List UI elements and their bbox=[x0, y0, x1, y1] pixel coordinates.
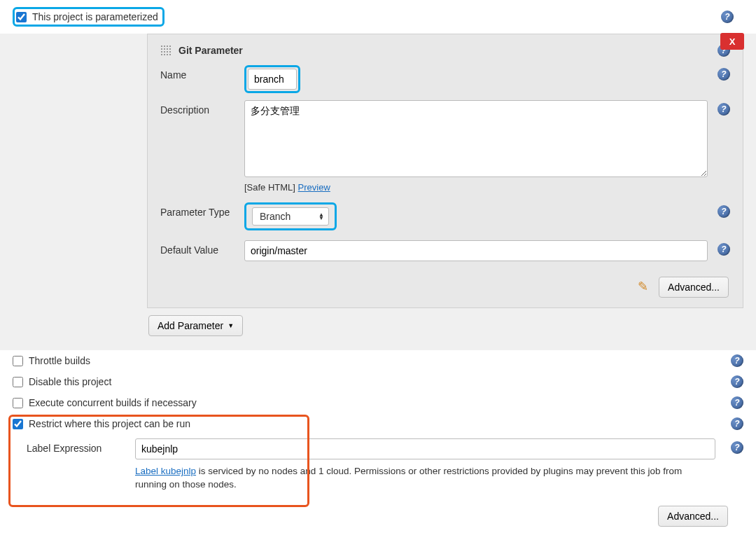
label-expression-note: Label kubejnlp is serviced by no nodes a… bbox=[135, 465, 715, 492]
label-note-rest: is serviced by no nodes and 1 cloud. Per… bbox=[135, 466, 682, 490]
default-value-label: Default Value bbox=[160, 240, 244, 256]
description-textarea[interactable] bbox=[244, 100, 708, 177]
throttle-checkbox[interactable] bbox=[13, 356, 23, 366]
help-icon[interactable]: ? bbox=[731, 417, 743, 430]
label-link[interactable]: Label kubejnlp bbox=[135, 466, 196, 476]
parameter-type-label: Parameter Type bbox=[160, 202, 244, 218]
disable-checkbox[interactable] bbox=[13, 377, 23, 387]
pencil-icon bbox=[638, 280, 652, 294]
git-advanced-label: Advanced... bbox=[668, 282, 720, 293]
bottom-advanced-button[interactable]: Advanced... bbox=[658, 506, 728, 527]
parameterized-label: This project is parameterized bbox=[32, 11, 158, 22]
restrict-checkbox[interactable] bbox=[13, 419, 23, 429]
highlight-type: Branch ▲▼ bbox=[244, 202, 337, 230]
help-icon[interactable]: ? bbox=[731, 396, 743, 409]
name-label: Name bbox=[160, 65, 244, 81]
throttle-label: Throttle builds bbox=[29, 355, 90, 366]
label-expression-input[interactable] bbox=[135, 438, 715, 459]
git-advanced-button[interactable]: Advanced... bbox=[659, 277, 729, 298]
description-label: Description bbox=[160, 100, 244, 116]
git-parameter-title: Git Parameter bbox=[178, 45, 243, 56]
help-icon[interactable]: ? bbox=[721, 11, 734, 23]
select-arrows-icon: ▲▼ bbox=[318, 213, 324, 220]
preview-link[interactable]: Preview bbox=[298, 182, 330, 193]
help-icon[interactable]: ? bbox=[718, 205, 730, 218]
delete-parameter-button[interactable]: X bbox=[720, 33, 744, 50]
help-icon[interactable]: ? bbox=[731, 354, 743, 367]
help-icon[interactable]: ? bbox=[731, 375, 743, 388]
concurrent-label: Execute concurrent builds if necessary bbox=[29, 397, 197, 408]
highlight-parameterized: This project is parameterized bbox=[13, 7, 164, 27]
parameter-type-value: Branch bbox=[260, 211, 290, 222]
add-parameter-label: Add Parameter bbox=[158, 320, 223, 331]
concurrent-checkbox[interactable] bbox=[13, 398, 23, 408]
drag-handle-icon[interactable] bbox=[160, 45, 172, 56]
label-expression-label: Label Expression bbox=[13, 438, 135, 454]
add-parameter-button[interactable]: Add Parameter ▼ bbox=[148, 315, 243, 336]
help-icon[interactable]: ? bbox=[718, 68, 730, 81]
caret-down-icon: ▼ bbox=[227, 322, 234, 329]
default-value-input[interactable] bbox=[244, 240, 708, 261]
parameter-area: X Git Parameter ? Name ? bbox=[0, 34, 756, 350]
parameter-type-select[interactable]: Branch ▲▼ bbox=[252, 207, 329, 226]
name-input-full[interactable] bbox=[244, 69, 708, 90]
help-icon[interactable]: ? bbox=[718, 103, 730, 116]
disable-label: Disable this project bbox=[29, 376, 111, 387]
bottom-advanced-label: Advanced... bbox=[667, 511, 719, 522]
parameterized-checkbox[interactable] bbox=[16, 12, 27, 22]
safe-html-label: [Safe HTML] bbox=[244, 182, 295, 193]
parameter-gutter bbox=[0, 34, 147, 350]
restrict-label: Restrict where this project can be run bbox=[29, 418, 190, 429]
help-icon[interactable]: ? bbox=[731, 441, 743, 454]
help-icon[interactable]: ? bbox=[718, 243, 730, 256]
git-parameter-block: X Git Parameter ? Name ? bbox=[147, 34, 743, 308]
